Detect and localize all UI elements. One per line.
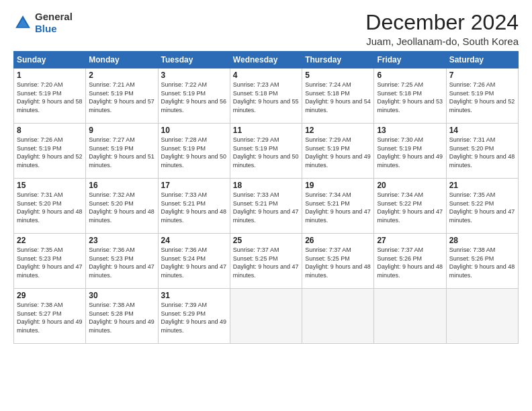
day-number: 12: [305, 126, 371, 135]
week-row-3: 15 Sunrise: 7:31 AMSunset: 5:20 PMDaylig…: [14, 179, 519, 234]
day-number: 21: [449, 181, 515, 190]
day-cell-1: 1 Sunrise: 7:20 AMSunset: 5:19 PMDayligh…: [14, 68, 86, 124]
day-info: Sunrise: 7:24 AMSunset: 5:18 PMDaylight:…: [305, 81, 371, 114]
day-number: 8: [17, 126, 83, 135]
day-cell-31: 31 Sunrise: 7:39 AMSunset: 5:29 PMDaylig…: [158, 289, 230, 344]
calendar-header-row: Sunday Monday Tuesday Wednesday Thursday…: [14, 52, 519, 68]
day-cell-26: 26 Sunrise: 7:37 AMSunset: 5:25 PMDaylig…: [302, 234, 374, 289]
day-info: Sunrise: 7:37 AMSunset: 5:26 PMDaylight:…: [377, 246, 443, 279]
day-cell-14: 14 Sunrise: 7:31 AMSunset: 5:20 PMDaylig…: [446, 124, 518, 179]
logo-general: General: [35, 11, 73, 22]
day-cell-17: 17 Sunrise: 7:33 AMSunset: 5:21 PMDaylig…: [158, 179, 230, 234]
day-cell-9: 9 Sunrise: 7:27 AMSunset: 5:19 PMDayligh…: [86, 124, 158, 179]
day-info: Sunrise: 7:34 AMSunset: 5:21 PMDaylight:…: [305, 191, 371, 224]
day-info: Sunrise: 7:22 AMSunset: 5:19 PMDaylight:…: [161, 81, 227, 114]
col-thursday: Thursday: [302, 52, 374, 68]
day-number: 17: [161, 181, 227, 190]
day-cell-18: 18 Sunrise: 7:33 AMSunset: 5:21 PMDaylig…: [230, 179, 302, 234]
day-number: 19: [305, 181, 371, 190]
day-cell-8: 8 Sunrise: 7:26 AMSunset: 5:19 PMDayligh…: [14, 124, 86, 179]
day-number: 18: [233, 181, 299, 190]
day-number: 24: [161, 236, 227, 245]
day-info: Sunrise: 7:38 AMSunset: 5:28 PMDaylight:…: [89, 301, 154, 334]
day-number: 30: [89, 291, 154, 300]
day-number: 11: [233, 126, 299, 135]
empty-cell: [302, 289, 374, 344]
day-number: 10: [161, 126, 227, 135]
day-cell-25: 25 Sunrise: 7:37 AMSunset: 5:25 PMDaylig…: [230, 234, 302, 289]
day-number: 25: [233, 236, 299, 245]
week-row-1: 1 Sunrise: 7:20 AMSunset: 5:19 PMDayligh…: [14, 68, 519, 124]
subtitle: Juam, Jeollanam-do, South Korea: [365, 36, 519, 47]
day-cell-20: 20 Sunrise: 7:34 AMSunset: 5:22 PMDaylig…: [374, 179, 446, 234]
day-number: 22: [17, 236, 83, 245]
col-saturday: Saturday: [446, 52, 518, 68]
day-cell-15: 15 Sunrise: 7:31 AMSunset: 5:20 PMDaylig…: [14, 179, 86, 234]
day-number: 5: [305, 71, 371, 80]
day-number: 13: [377, 126, 443, 135]
day-cell-24: 24 Sunrise: 7:36 AMSunset: 5:24 PMDaylig…: [158, 234, 230, 289]
logo: General Blue: [13, 11, 73, 35]
day-info: Sunrise: 7:26 AMSunset: 5:19 PMDaylight:…: [449, 81, 515, 114]
col-monday: Monday: [86, 52, 158, 68]
day-info: Sunrise: 7:38 AMSunset: 5:27 PMDaylight:…: [17, 301, 83, 334]
day-info: Sunrise: 7:37 AMSunset: 5:25 PMDaylight:…: [305, 246, 371, 279]
day-number: 14: [449, 126, 515, 135]
day-cell-7: 7 Sunrise: 7:26 AMSunset: 5:19 PMDayligh…: [446, 68, 518, 124]
day-cell-19: 19 Sunrise: 7:34 AMSunset: 5:21 PMDaylig…: [302, 179, 374, 234]
day-info: Sunrise: 7:27 AMSunset: 5:19 PMDaylight:…: [89, 136, 154, 169]
day-cell-10: 10 Sunrise: 7:28 AMSunset: 5:19 PMDaylig…: [158, 124, 230, 179]
day-number: 28: [449, 236, 515, 245]
day-number: 29: [17, 291, 83, 300]
day-info: Sunrise: 7:36 AMSunset: 5:23 PMDaylight:…: [89, 246, 154, 279]
empty-cell: [446, 289, 518, 344]
day-info: Sunrise: 7:32 AMSunset: 5:20 PMDaylight:…: [89, 191, 154, 224]
col-tuesday: Tuesday: [158, 52, 230, 68]
day-number: 1: [17, 71, 83, 80]
day-number: 20: [377, 181, 443, 190]
title-block: December 2024 Juam, Jeollanam-do, South …: [365, 11, 519, 47]
empty-cell: [230, 289, 302, 344]
day-cell-11: 11 Sunrise: 7:29 AMSunset: 5:19 PMDaylig…: [230, 124, 302, 179]
day-number: 27: [377, 236, 443, 245]
col-wednesday: Wednesday: [230, 52, 302, 68]
day-info: Sunrise: 7:21 AMSunset: 5:19 PMDaylight:…: [89, 81, 154, 114]
day-cell-6: 6 Sunrise: 7:25 AMSunset: 5:18 PMDayligh…: [374, 68, 446, 124]
day-number: 16: [89, 181, 154, 190]
week-row-4: 22 Sunrise: 7:35 AMSunset: 5:23 PMDaylig…: [14, 234, 519, 289]
day-cell-21: 21 Sunrise: 7:35 AMSunset: 5:22 PMDaylig…: [446, 179, 518, 234]
day-cell-16: 16 Sunrise: 7:32 AMSunset: 5:20 PMDaylig…: [86, 179, 158, 234]
week-row-5: 29 Sunrise: 7:38 AMSunset: 5:27 PMDaylig…: [14, 289, 519, 344]
month-title: December 2024: [365, 11, 519, 34]
day-number: 15: [17, 181, 83, 190]
day-cell-22: 22 Sunrise: 7:35 AMSunset: 5:23 PMDaylig…: [14, 234, 86, 289]
day-info: Sunrise: 7:26 AMSunset: 5:19 PMDaylight:…: [17, 136, 83, 169]
day-number: 3: [161, 71, 227, 80]
day-cell-2: 2 Sunrise: 7:21 AMSunset: 5:19 PMDayligh…: [86, 68, 158, 124]
week-row-2: 8 Sunrise: 7:26 AMSunset: 5:19 PMDayligh…: [14, 124, 519, 179]
col-sunday: Sunday: [14, 52, 86, 68]
day-cell-27: 27 Sunrise: 7:37 AMSunset: 5:26 PMDaylig…: [374, 234, 446, 289]
day-cell-28: 28 Sunrise: 7:38 AMSunset: 5:26 PMDaylig…: [446, 234, 518, 289]
empty-cell: [374, 289, 446, 344]
day-number: 2: [89, 71, 154, 80]
day-number: 6: [377, 71, 443, 80]
day-cell-29: 29 Sunrise: 7:38 AMSunset: 5:27 PMDaylig…: [14, 289, 86, 344]
day-info: Sunrise: 7:31 AMSunset: 5:20 PMDaylight:…: [17, 191, 83, 224]
day-info: Sunrise: 7:31 AMSunset: 5:20 PMDaylight:…: [449, 136, 515, 169]
day-info: Sunrise: 7:28 AMSunset: 5:19 PMDaylight:…: [161, 136, 227, 169]
day-cell-12: 12 Sunrise: 7:29 AMSunset: 5:19 PMDaylig…: [302, 124, 374, 179]
day-info: Sunrise: 7:20 AMSunset: 5:19 PMDaylight:…: [17, 81, 83, 114]
day-info: Sunrise: 7:29 AMSunset: 5:19 PMDaylight:…: [233, 136, 299, 169]
day-cell-4: 4 Sunrise: 7:23 AMSunset: 5:18 PMDayligh…: [230, 68, 302, 124]
day-info: Sunrise: 7:36 AMSunset: 5:24 PMDaylight:…: [161, 246, 227, 279]
page-container: General Blue December 2024 Juam, Jeollan…: [0, 0, 532, 351]
day-info: Sunrise: 7:35 AMSunset: 5:23 PMDaylight:…: [17, 246, 83, 279]
day-info: Sunrise: 7:29 AMSunset: 5:19 PMDaylight:…: [305, 136, 371, 169]
day-cell-13: 13 Sunrise: 7:30 AMSunset: 5:19 PMDaylig…: [374, 124, 446, 179]
day-number: 4: [233, 71, 299, 80]
day-number: 9: [89, 126, 154, 135]
day-number: 7: [449, 71, 515, 80]
day-number: 31: [161, 291, 227, 300]
calendar-table: Sunday Monday Tuesday Wednesday Thursday…: [13, 51, 519, 344]
